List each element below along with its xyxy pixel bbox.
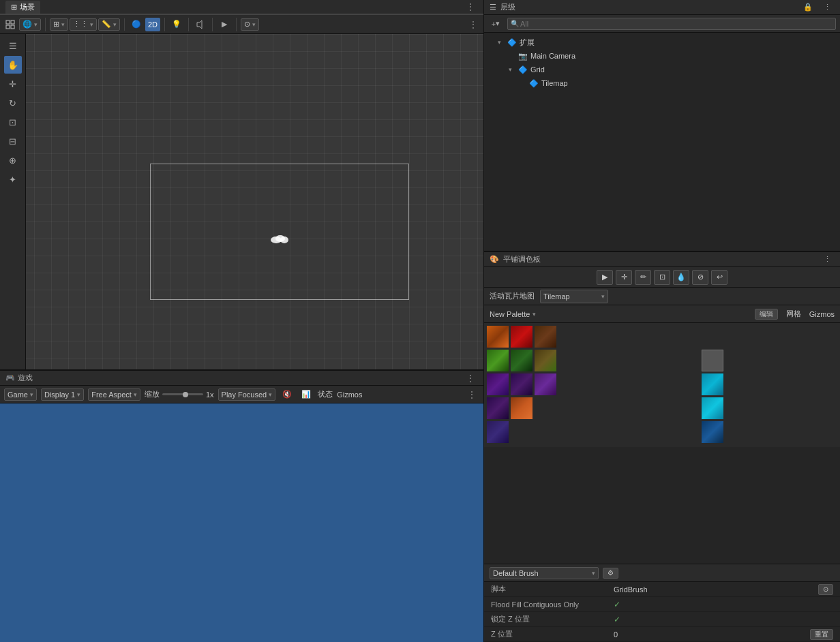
hierarchy-lock-btn[interactable]: 🔒 (800, 1, 815, 14)
svg-rect-1 (11, 20, 14, 24)
lt-pan-btn[interactable]: ✋ (4, 56, 22, 74)
palette-pick-btn[interactable]: 💧 (673, 270, 689, 285)
tile-cell[interactable] (511, 397, 532, 419)
tile-cell[interactable] (511, 326, 532, 348)
display-dropdown[interactable]: Display 1 ▾ (41, 388, 84, 401)
lt-rotate-btn[interactable]: ↻ (4, 94, 22, 112)
tile-cell[interactable] (535, 326, 556, 348)
palette-select-btn[interactable]: ▶ (597, 270, 613, 285)
tile-cell[interactable] (487, 397, 509, 419)
palette-move-btn[interactable]: ✛ (616, 270, 632, 285)
main-layout: ⊞ 场景 ⋮ (0, 0, 840, 642)
tile-cell[interactable] (487, 326, 509, 348)
brush-z-pos-row: Z 位置 0 重置 (484, 627, 840, 642)
active-tilemap-row: 活动瓦片地图 Tilemap ▾ (484, 288, 840, 305)
hierarchy-search-input[interactable] (507, 18, 836, 30)
hierarchy-title: 层级 (500, 2, 515, 12)
tile-cell[interactable] (487, 350, 509, 371)
game-menu-btn[interactable]: ⋮ (463, 373, 478, 384)
tile-palette-panel: 🎨 平铺调色板 ⋮ ▶ ✛ ✏ ⊡ 💧 ⊘ ↩ 活动瓦片地图 Tilemap (484, 252, 840, 642)
search-icon: 🔍 (511, 20, 519, 27)
light-btn[interactable]: 💡 (169, 18, 184, 31)
tile-cell[interactable] (702, 373, 723, 395)
toolbar-snap-dropdown[interactable]: ⊞▾ (50, 18, 68, 31)
tree-item-main-camera[interactable]: ▸ 📷 Main Camera (484, 49, 840, 63)
toolbar-ruler-dropdown[interactable]: 📏▾ (98, 18, 120, 31)
main-camera-label: Main Camera (530, 52, 575, 60)
game-audio-btn[interactable]: 🔇 (280, 388, 295, 401)
tile-cell[interactable] (535, 373, 556, 395)
palette-toolbar: ▶ ✛ ✏ ⊡ 💧 ⊘ ↩ (484, 267, 840, 288)
tree-item-grid[interactable]: ▾ 🔷 Grid (484, 63, 840, 76)
tile-cell[interactable] (702, 421, 723, 443)
tree-item-tilemap[interactable]: ▸ 🔷 Tilemap (484, 76, 840, 90)
palette-edit-btn[interactable]: 编辑 (755, 309, 778, 320)
zoom-control: 缩放 1x (145, 389, 214, 399)
tile-cell[interactable] (511, 350, 532, 371)
tile-cell[interactable] (487, 421, 509, 443)
palette-more-btn[interactable]: ⋮ (820, 253, 835, 266)
hierarchy-add-btn[interactable]: + ▾ (488, 17, 503, 31)
game-canvas (0, 403, 483, 642)
hierarchy-icon: ☰ (490, 3, 496, 12)
play-focused-dropdown[interactable]: Play Focused ▾ (218, 388, 276, 401)
hierarchy-header: ☰ 层级 🔒 ⋮ (484, 0, 840, 15)
tile-cell[interactable] (702, 350, 723, 371)
palette-paint-btn[interactable]: ✏ (635, 270, 651, 285)
expand-icon: 🔷 (507, 38, 517, 47)
z-pos-value: 0 (614, 630, 779, 639)
tile-grid (484, 323, 840, 447)
palette-fill-btn[interactable]: ↩ (711, 270, 728, 285)
game-dropdown[interactable]: Game ▾ (4, 388, 37, 401)
game-toolbar: Game ▾ Display 1 ▾ Free Aspect ▾ 缩放 1x (0, 386, 483, 403)
game-toolbar-more[interactable]: ⋮ (464, 389, 479, 400)
tile-cell[interactable] (511, 373, 532, 395)
lt-scale-btn[interactable]: ⊡ (4, 113, 22, 131)
aspect-dropdown[interactable]: Free Aspect ▾ (88, 388, 140, 401)
mode-2d-btn[interactable]: 2D (145, 18, 160, 31)
lt-custom-btn[interactable]: ✦ (4, 170, 22, 188)
toolbar-globe-dropdown[interactable]: 🌐▾ (19, 18, 41, 31)
tree-item-expand[interactable]: ▾ 🔷 扩展 (484, 35, 840, 49)
game-view: 🎮 遊戏 ⋮ Game ▾ Display 1 ▾ Free Aspect ▾ (0, 369, 484, 642)
scene-toolbar-more[interactable]: ⋮ (466, 19, 481, 30)
palette-erase-btn[interactable]: ⊘ (692, 270, 708, 285)
game-status-label: 状态 (318, 389, 333, 399)
tab-scene[interactable]: ⊞ 场景 (5, 1, 40, 14)
anim-btn[interactable]: ▶ (217, 18, 232, 31)
brush-dropdown[interactable]: Default Brush ▾ (490, 567, 599, 579)
zoom-slider[interactable] (162, 393, 203, 395)
lt-move-btn[interactable]: ✛ (4, 75, 22, 93)
scene-menu-btn[interactable]: ⋮ (463, 1, 478, 12)
audio-btn[interactable] (193, 18, 208, 31)
tab-game[interactable]: 🎮 遊戏 (5, 373, 33, 383)
lt-menu-btn[interactable]: ☰ (4, 37, 22, 55)
brush-script-btn[interactable]: ⊙ (818, 584, 833, 595)
brush-script-value: GridBrush (614, 585, 818, 594)
toolbar-view-btn[interactable] (3, 18, 18, 31)
toolbar-grid-dropdown[interactable]: ⋮⋮▾ (70, 18, 97, 31)
hierarchy-more-btn[interactable]: ⋮ (820, 1, 835, 14)
play-focused-label: Play Focused (222, 391, 267, 399)
svg-rect-2 (6, 25, 10, 29)
effects-dropdown[interactable]: ⊙▾ (241, 18, 259, 31)
hierarchy-content: ▾ 🔷 扩展 ▸ 📷 Main Camera ▾ 🔷 Grid ▸ 🔷 (484, 33, 840, 251)
grid-label: Grid (530, 65, 545, 74)
scene-grid-icon: ⊞ (11, 3, 17, 12)
tile-cell[interactable] (702, 397, 723, 419)
reset-btn[interactable]: 重置 (810, 629, 833, 640)
tile-cell[interactable] (487, 373, 509, 395)
svg-point-7 (280, 236, 288, 243)
tile-cell[interactable] (535, 350, 556, 371)
palette-name-btn[interactable]: New Palette ▾ (490, 310, 536, 318)
lt-rect-btn[interactable]: ⊟ (4, 132, 22, 150)
palette-box-btn[interactable]: ⊡ (654, 270, 670, 285)
render-mode-btn[interactable]: 🔵 (129, 18, 144, 31)
hierarchy-panel: ☰ 层级 🔒 ⋮ + ▾ 🔍 ▾ (484, 0, 840, 252)
tilemap-select[interactable]: Tilemap ▾ (540, 290, 608, 303)
display-label: Display 1 (44, 391, 75, 399)
game-stats-btn[interactable]: 📊 (299, 388, 314, 401)
brush-script-label: 脚本 (491, 584, 614, 594)
brush-settings-btn[interactable]: ⚙ (603, 568, 618, 579)
lt-transform-btn[interactable]: ⊕ (4, 151, 22, 169)
